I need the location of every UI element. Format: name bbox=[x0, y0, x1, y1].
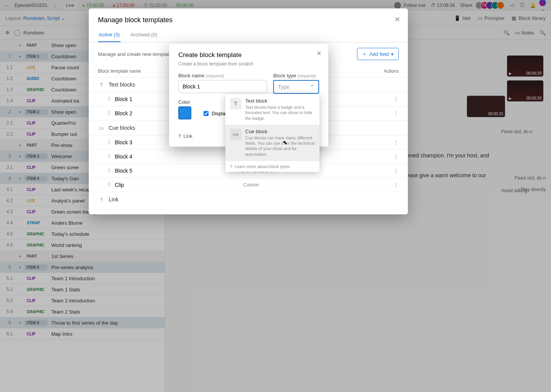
template-row[interactable]: ⠿ClipColumn⋮ bbox=[89, 178, 408, 192]
name-label: Block name (required) bbox=[178, 73, 267, 78]
help-icon: ? bbox=[178, 133, 181, 139]
drag-icon: ⠿ bbox=[107, 110, 111, 116]
kebab-icon[interactable]: ⋮ bbox=[393, 168, 399, 174]
chevron-up-icon: ⌃ bbox=[310, 84, 315, 90]
kebab-icon[interactable]: ⋮ bbox=[393, 110, 399, 116]
kebab-icon[interactable]: ⋮ bbox=[393, 139, 399, 145]
block-type-select[interactable]: Type⌃ bbox=[273, 80, 319, 94]
tab-archived[interactable]: Archived (0) bbox=[130, 28, 158, 42]
block-name-input[interactable] bbox=[178, 80, 267, 93]
color-swatch[interactable] bbox=[178, 106, 191, 119]
block-type-dropdown: T Text blockText blocks have a badge and… bbox=[225, 94, 320, 172]
option-text-block[interactable]: T Text blockText blocks have a badge and… bbox=[225, 94, 320, 125]
learn-more-link[interactable]: ?Learn more about block types bbox=[225, 161, 320, 172]
kebab-icon[interactable]: ⋮ bbox=[393, 96, 399, 102]
cursor-icon: ⬉ bbox=[283, 139, 287, 145]
help-icon: ? bbox=[230, 164, 232, 169]
add-field-button[interactable]: ＋ Add field ▾ bbox=[357, 48, 399, 60]
kebab-icon[interactable]: ⋮ bbox=[393, 154, 399, 160]
drag-icon: ⠿ bbox=[107, 96, 111, 102]
cue-icon: ▭ bbox=[98, 124, 105, 131]
text-icon: T bbox=[230, 98, 241, 109]
link-row[interactable]: ?Link bbox=[89, 192, 408, 207]
manage-title: Manage block templates bbox=[98, 16, 399, 24]
create-title: Create block template bbox=[178, 51, 319, 59]
drag-icon: ⠿ bbox=[107, 139, 111, 145]
drag-icon: ⠿ bbox=[107, 182, 111, 188]
close-icon[interactable]: ✕ bbox=[316, 50, 321, 57]
cue-icon: cue bbox=[230, 129, 241, 140]
close-icon[interactable]: ✕ bbox=[395, 15, 400, 24]
display-checkbox[interactable] bbox=[204, 111, 209, 116]
tab-active[interactable]: Active (3) bbox=[98, 28, 121, 42]
drag-icon: ⠿ bbox=[107, 154, 111, 160]
help-icon: ? bbox=[98, 196, 105, 203]
type-label: Block type (required) bbox=[273, 73, 319, 78]
text-icon: T bbox=[98, 81, 105, 88]
kebab-icon[interactable]: ⋮ bbox=[393, 182, 399, 188]
drag-icon: ⠿ bbox=[107, 168, 111, 174]
option-cue-block[interactable]: cue Cue blockCue blocks can have many di… bbox=[225, 125, 320, 161]
color-label: Color bbox=[178, 99, 197, 105]
